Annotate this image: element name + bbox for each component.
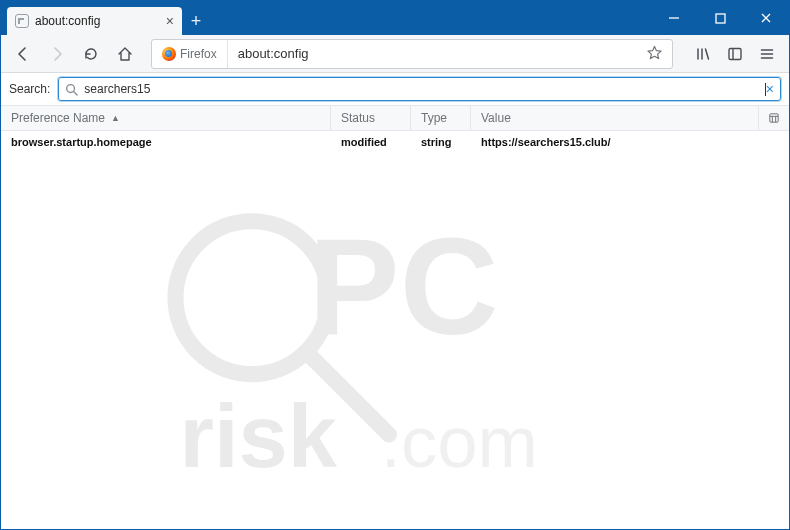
svg-rect-0 [716, 14, 725, 23]
sort-asc-icon: ▲ [111, 113, 120, 123]
col-preference-name[interactable]: Preference Name ▲ [1, 106, 331, 130]
window-controls [651, 1, 789, 35]
page: Search: × Preference Name ▲ Status Type … [1, 73, 789, 529]
col-value[interactable]: Value [471, 106, 759, 130]
close-window-button[interactable] [743, 1, 789, 35]
new-tab-button[interactable]: + [182, 7, 210, 35]
col-status[interactable]: Status [331, 106, 411, 130]
config-search-input[interactable] [78, 82, 768, 96]
reload-button[interactable] [77, 40, 105, 68]
col-label: Status [341, 111, 375, 125]
cell-status: modified [331, 136, 411, 148]
search-label: Search: [9, 82, 50, 96]
library-button[interactable] [689, 40, 717, 68]
address-bar[interactable]: Firefox about:config [151, 39, 673, 69]
identity-block[interactable]: Firefox [152, 40, 228, 68]
back-button[interactable] [9, 40, 37, 68]
identity-label: Firefox [180, 47, 217, 61]
sidebar-button[interactable] [721, 40, 749, 68]
menu-button[interactable] [753, 40, 781, 68]
col-label: Preference Name [11, 111, 105, 125]
config-icon [15, 14, 29, 28]
clear-search-icon[interactable]: × [766, 81, 774, 97]
titlebar: about:config × + [1, 1, 789, 35]
svg-rect-3 [770, 114, 778, 122]
config-search-row: Search: × [1, 73, 789, 105]
close-tab-icon[interactable]: × [166, 13, 174, 29]
table-row[interactable]: browser.startup.homepage modified string… [1, 131, 789, 153]
home-button[interactable] [111, 40, 139, 68]
forward-button[interactable] [43, 40, 71, 68]
minimize-button[interactable] [651, 1, 697, 35]
firefox-icon [162, 47, 176, 61]
bookmark-star-icon[interactable] [637, 45, 672, 63]
browser-tab[interactable]: about:config × [7, 7, 182, 35]
col-type[interactable]: Type [411, 106, 471, 130]
maximize-button[interactable] [697, 1, 743, 35]
config-search-box[interactable]: × [58, 77, 781, 101]
url-text: about:config [228, 46, 637, 61]
svg-rect-1 [729, 48, 741, 59]
column-picker-button[interactable] [759, 106, 789, 130]
nav-toolbar: Firefox about:config [1, 35, 789, 73]
config-table-header: Preference Name ▲ Status Type Value [1, 105, 789, 131]
svg-point-2 [67, 84, 75, 92]
tab-title: about:config [35, 14, 160, 28]
cell-name: browser.startup.homepage [1, 136, 331, 148]
search-icon [65, 83, 78, 96]
cell-type: string [411, 136, 471, 148]
config-table-body: browser.startup.homepage modified string… [1, 131, 789, 529]
cell-value: https://searchers15.club/ [471, 136, 789, 148]
col-label: Value [481, 111, 511, 125]
col-label: Type [421, 111, 447, 125]
